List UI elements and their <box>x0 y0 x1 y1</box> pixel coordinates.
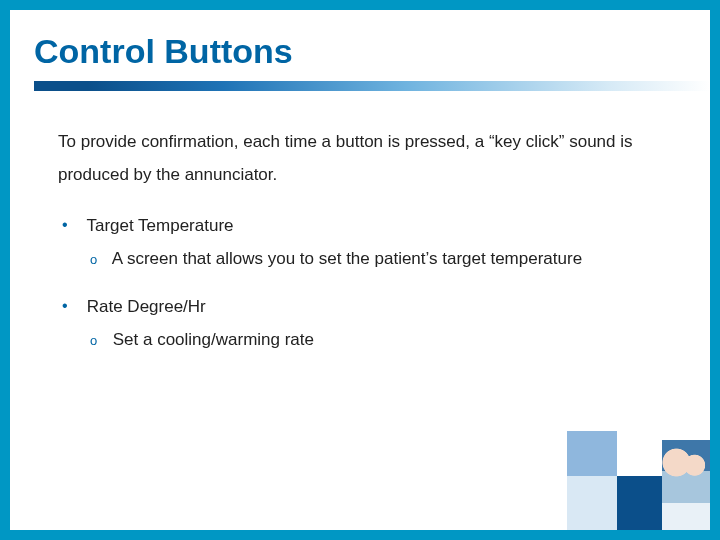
sub-item: A screen that allows you to set the pati… <box>90 245 678 274</box>
bullet-item: Rate Degree/Hr Set a cooling/warming rat… <box>62 292 678 355</box>
corner-photo <box>662 440 710 530</box>
decor-square-light <box>567 431 617 476</box>
decor-square-dark <box>617 476 662 530</box>
slide: Control Buttons To provide confirmation,… <box>0 0 720 540</box>
slide-body: To provide confirmation, each time a but… <box>10 91 710 355</box>
slide-title: Control Buttons <box>10 10 710 77</box>
bullet-list: Target Temperature A screen that allows … <box>58 211 678 355</box>
sub-list: Set a cooling/warming rate <box>62 326 678 355</box>
bullet-item: Target Temperature A screen that allows … <box>62 211 678 274</box>
bullet-label: Target Temperature <box>86 216 233 235</box>
decor-square-pale <box>567 476 617 530</box>
sub-item: Set a cooling/warming rate <box>90 326 678 355</box>
intro-text: To provide confirmation, each time a but… <box>58 125 678 191</box>
sub-text: A screen that allows you to set the pati… <box>112 249 582 268</box>
corner-graphic <box>560 422 710 530</box>
sub-list: A screen that allows you to set the pati… <box>62 245 678 274</box>
bullet-label: Rate Degree/Hr <box>87 297 206 316</box>
title-underline <box>34 81 710 91</box>
sub-text: Set a cooling/warming rate <box>113 330 314 349</box>
